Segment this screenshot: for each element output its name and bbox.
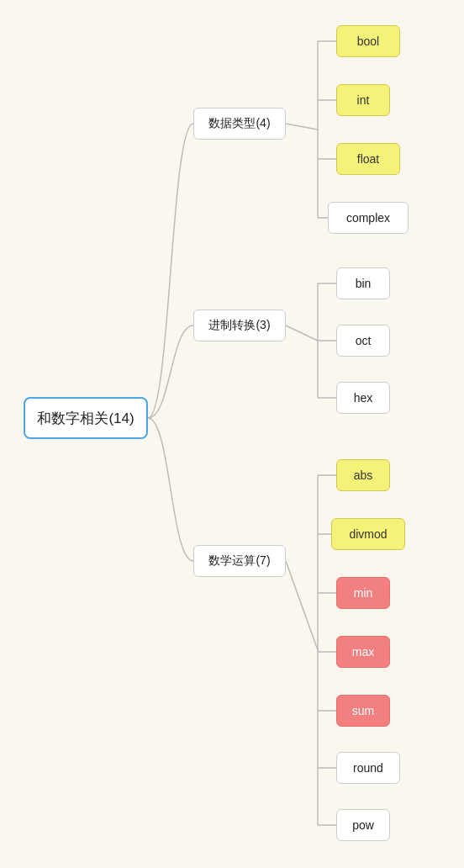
leaf-node: min (336, 577, 390, 609)
svg-line-7 (286, 326, 318, 341)
leaf-node: float (336, 143, 400, 175)
root-node: 和数字相关(14) (24, 397, 148, 439)
leaf-node: sum (336, 695, 390, 727)
leaf-node: 数据类型(4) (193, 108, 286, 140)
leaf-node: round (336, 752, 400, 784)
leaf-node: divmod (331, 518, 405, 550)
svg-line-1 (286, 124, 318, 130)
leaf-node: int (336, 84, 390, 116)
mindmap-container: 和数字相关(14) 数据类型(4)boolintfloatcomplex进制转换… (0, 0, 464, 868)
svg-line-12 (286, 561, 318, 650)
leaf-node: max (336, 636, 390, 668)
leaf-node: abs (336, 459, 390, 491)
leaf-node: hex (336, 382, 390, 414)
root-label: 和数字相关(14) (37, 409, 134, 428)
leaf-node: bool (336, 25, 400, 57)
leaf-node: 数学运算(7) (193, 545, 286, 577)
leaf-node: pow (336, 809, 390, 841)
leaf-node: complex (328, 202, 409, 234)
leaf-node: 进制转换(3) (193, 310, 286, 341)
leaf-node: bin (336, 267, 390, 299)
leaf-node: oct (336, 325, 390, 357)
